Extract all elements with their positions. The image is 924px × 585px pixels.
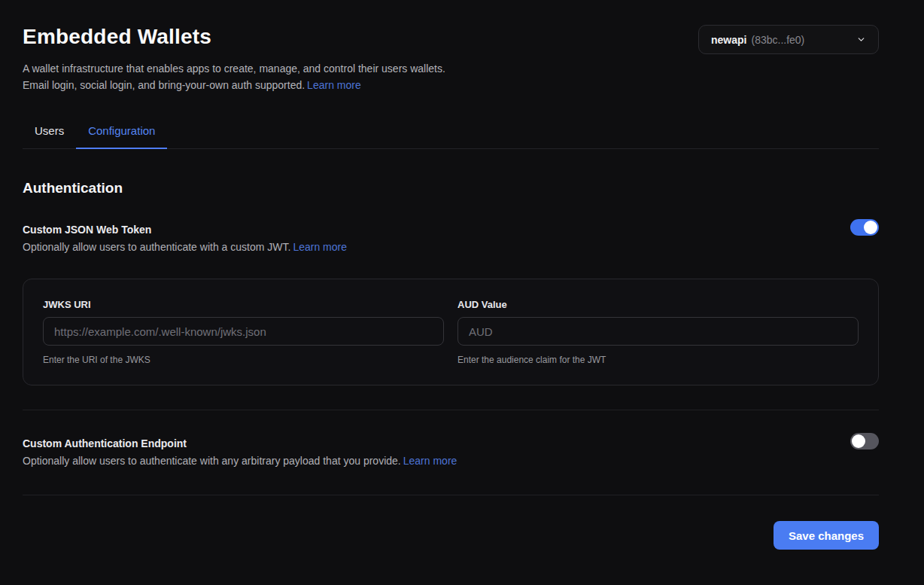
tabs-bar: Users Configuration	[23, 121, 879, 149]
divider	[23, 410, 879, 410]
footer-actions: Save changes	[23, 521, 879, 550]
chevron-down-icon	[856, 35, 866, 44]
toggle-knob	[864, 221, 877, 234]
header-text-block: Embedded Wallets A wallet infrastructure…	[23, 25, 445, 93]
api-key-selector[interactable]: newapi (83bc...fe0)	[698, 25, 879, 54]
setting-custom-auth-endpoint: Custom Authentication Endpoint Optionall…	[23, 437, 879, 467]
jwks-uri-label: JWKS URI	[43, 299, 444, 310]
custom-auth-endpoint-learn-more-link[interactable]: Learn more	[403, 455, 457, 467]
page-description-text: A wallet infrastructure that enables app…	[23, 62, 445, 91]
jwt-config-card: JWKS URI Enter the URI of the JWKS AUD V…	[23, 279, 879, 385]
setting-custom-auth-endpoint-text: Custom Authentication Endpoint Optionall…	[23, 437, 457, 467]
setting-description: Optionally allow users to authenticate w…	[23, 455, 457, 467]
page-header: Embedded Wallets A wallet infrastructure…	[23, 25, 879, 93]
jwks-uri-field: JWKS URI Enter the URI of the JWKS	[43, 299, 444, 365]
setting-description-text: Optionally allow users to authenticate w…	[23, 241, 290, 253]
aud-value-helper: Enter the audience claim for the JWT	[457, 355, 859, 365]
jwt-config-grid: JWKS URI Enter the URI of the JWKS AUD V…	[43, 299, 859, 365]
setting-title: Custom Authentication Endpoint	[23, 437, 457, 449]
aud-value-field: AUD Value Enter the audience claim for t…	[457, 299, 859, 365]
section-heading-authentication: Authentication	[23, 180, 879, 197]
setting-description: Optionally allow users to authenticate w…	[23, 241, 347, 253]
setting-description-text: Optionally allow users to authenticate w…	[23, 455, 401, 467]
setting-custom-jwt: Custom JSON Web Token Optionally allow u…	[23, 224, 879, 253]
custom-jwt-learn-more-link[interactable]: Learn more	[293, 241, 347, 253]
api-key-name: newapi	[711, 34, 746, 46]
page-title: Embedded Wallets	[23, 25, 445, 49]
toggle-knob	[852, 434, 865, 448]
save-changes-button[interactable]: Save changes	[774, 521, 879, 550]
aud-value-label: AUD Value	[457, 299, 859, 310]
custom-auth-endpoint-toggle[interactable]	[850, 433, 879, 449]
divider	[23, 495, 879, 495]
embedded-wallets-page: Embedded Wallets A wallet infrastructure…	[0, 0, 924, 550]
page-description: A wallet infrastructure that enables app…	[23, 60, 445, 93]
api-key-hint: (83bc...fe0)	[751, 34, 804, 46]
header-learn-more-link[interactable]: Learn more	[307, 79, 361, 91]
setting-title: Custom JSON Web Token	[23, 224, 347, 236]
setting-custom-jwt-text: Custom JSON Web Token Optionally allow u…	[23, 224, 347, 253]
tab-configuration[interactable]: Configuration	[76, 121, 167, 149]
aud-value-input[interactable]	[457, 317, 859, 346]
tab-users[interactable]: Users	[23, 121, 76, 149]
jwks-uri-input[interactable]	[43, 317, 444, 346]
jwks-uri-helper: Enter the URI of the JWKS	[43, 355, 444, 365]
custom-jwt-toggle[interactable]	[850, 219, 879, 236]
